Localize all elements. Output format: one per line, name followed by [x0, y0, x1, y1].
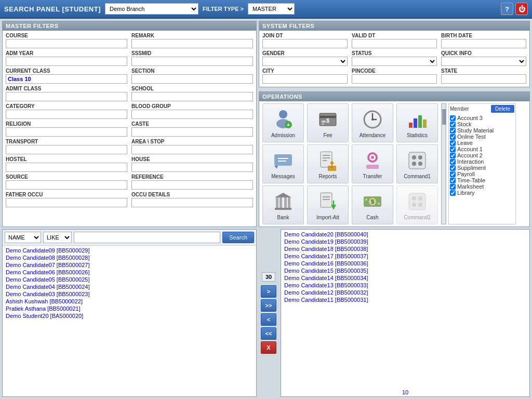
op-button-admission[interactable]: + Admission — [262, 103, 304, 142]
list-item[interactable]: Ashish Kushwah [BB5000022] — [3, 298, 256, 305]
like-select[interactable]: LIKE = != — [43, 232, 72, 243]
list-item[interactable]: Demo Candidate14 [BB5000034] — [281, 274, 529, 282]
checkbox-online_test[interactable] — [450, 134, 456, 140]
list-item[interactable]: Demo Candidate18 [BB5000038] — [281, 245, 529, 252]
move-left-button[interactable]: < — [261, 313, 276, 326]
input-religion[interactable] — [6, 127, 127, 137]
list-item[interactable]: Demo Candidate07 [BB5000027] — [3, 261, 256, 269]
branch-select[interactable]: Demo Branch — [105, 3, 198, 15]
sys-input-join_dt[interactable] — [262, 39, 348, 48]
op-button-messages[interactable]: Messages — [262, 144, 304, 183]
list-item[interactable]: Demo Candidate16 [BB5000036] — [281, 260, 529, 267]
checkbox-time-table[interactable] — [450, 178, 456, 183]
field-source: SOURCE — [6, 174, 127, 190]
list-item[interactable]: Demo Candidate13 [BB5000033] — [281, 282, 529, 289]
label-house: HOUSE — [131, 156, 253, 162]
ops-scrollbar[interactable] — [441, 103, 446, 224]
list-item[interactable]: Demo Candidate20 [BB5000040] — [281, 231, 529, 238]
checkbox-library[interactable] — [450, 190, 456, 196]
checkbox-leave[interactable] — [450, 140, 456, 146]
input-occu_details[interactable] — [131, 198, 253, 207]
sys-select-gender[interactable] — [262, 57, 348, 66]
sys-input-valid_dt[interactable] — [352, 39, 437, 48]
input-adm_year[interactable] — [6, 57, 127, 66]
op-button-bank[interactable]: Bank — [262, 185, 304, 224]
input-blood_group[interactable] — [131, 110, 253, 119]
op-button-statistics[interactable]: Statistics — [396, 103, 438, 142]
list-item[interactable]: Demo Candidate11 [BB5000031] — [281, 296, 529, 303]
sys-select-quick_info[interactable] — [441, 57, 526, 66]
list-item[interactable]: Demo Candidate08 [BB5000028] — [3, 254, 256, 261]
list-item[interactable]: Demo Candidate05 [BB5000025] — [3, 276, 256, 283]
move-all-right-button[interactable]: >> — [261, 299, 276, 312]
sys-field-gender: GENDER — [262, 50, 348, 66]
name-select[interactable]: NAME ID CLASS — [5, 232, 41, 243]
checkbox-marksheet[interactable] — [450, 184, 456, 190]
filter-type-select[interactable]: MASTER — [248, 3, 295, 15]
sys-label-status: STATUS — [352, 50, 437, 56]
input-section[interactable] — [131, 74, 253, 84]
sys-field-state: STATE — [441, 68, 526, 84]
sys-input-pincode[interactable] — [352, 74, 437, 84]
checkbox-interaction[interactable] — [450, 159, 456, 165]
op-button-attendance[interactable]: Attendance — [352, 103, 393, 142]
sys-input-birth_date[interactable] — [441, 39, 526, 48]
list-item[interactable]: Demo Candidate12 [BB5000032] — [281, 289, 529, 296]
checkbox-account_3[interactable] — [450, 115, 456, 121]
input-area_stop[interactable] — [131, 145, 253, 154]
input-source[interactable] — [6, 180, 127, 190]
checkbox-study_material[interactable] — [450, 128, 456, 134]
delete-button[interactable]: Delete — [491, 105, 514, 113]
list-item[interactable]: Demo Candidate06 [BB5000026] — [3, 269, 256, 276]
op-button-cash[interactable]: $ Cash — [352, 185, 393, 224]
sys-field-valid_dt: VALID DT — [352, 33, 437, 48]
search-button[interactable]: Search — [222, 232, 254, 243]
search-bar: NAME ID CLASS LIKE = != Search — [3, 230, 256, 246]
clear-button[interactable]: X — [261, 341, 276, 354]
list-item[interactable]: Demo Student20 [BA5000020] — [3, 312, 256, 320]
list-item[interactable]: Pratiek Asthana [BB5000021] — [3, 305, 256, 312]
input-father_occu[interactable] — [6, 198, 127, 207]
op-button-import_att[interactable]: Import-Att — [307, 185, 349, 224]
input-house[interactable] — [131, 163, 253, 172]
input-transport[interactable] — [6, 145, 127, 154]
input-current_class[interactable] — [6, 74, 127, 84]
op-label-fee: Fee — [323, 132, 332, 138]
input-course[interactable] — [6, 39, 127, 48]
sys-field-join_dt: JOIN DT — [262, 33, 348, 48]
sys-input-state[interactable] — [441, 74, 526, 84]
list-item[interactable]: Demo Candidate19 [BB5000039] — [281, 238, 529, 245]
svg-rect-15 — [418, 115, 422, 128]
search-input[interactable] — [74, 232, 220, 243]
sys-input-city[interactable] — [262, 74, 348, 84]
move-all-left-button[interactable]: << — [261, 327, 276, 340]
input-reference[interactable] — [131, 180, 253, 190]
op-button-transfer[interactable]: Transfer — [352, 144, 393, 183]
checkbox-payroll[interactable] — [450, 171, 456, 177]
move-right-button[interactable]: > — [261, 285, 276, 298]
input-hostel[interactable] — [6, 163, 127, 172]
label-remark: REMARK — [131, 33, 253, 38]
input-school[interactable] — [131, 92, 253, 101]
sys-label-gender: GENDER — [262, 50, 348, 56]
input-category[interactable] — [6, 110, 127, 119]
power-button[interactable]: ⏻ — [515, 3, 528, 15]
checkbox-stock[interactable] — [450, 122, 456, 127]
list-item[interactable]: Demo Candidate09 [BB5000029] — [3, 247, 256, 254]
op-button-command1[interactable]: Command1 — [396, 144, 438, 183]
input-sssmid[interactable] — [131, 57, 253, 66]
checkbox-account_2[interactable] — [450, 153, 456, 158]
input-admit_class[interactable] — [6, 92, 127, 101]
op-button-fee[interactable]: $ Fee — [307, 103, 349, 142]
input-caste[interactable] — [131, 127, 253, 137]
sys-select-status[interactable] — [352, 57, 437, 66]
help-button[interactable]: ? — [501, 3, 513, 15]
list-item[interactable]: Demo Candidate04 [BB5000024] — [3, 283, 256, 290]
list-item[interactable]: Demo Candidate17 [BB5000037] — [281, 252, 529, 260]
list-item[interactable]: Demo Candidate15 [BB5000035] — [281, 267, 529, 274]
list-item[interactable]: Demo Candidate03 [BB5000023] — [3, 290, 256, 298]
checkbox-suppliment[interactable] — [450, 165, 456, 171]
input-remark[interactable] — [131, 39, 253, 48]
op-button-reports[interactable]: Reports — [307, 144, 349, 183]
checkbox-account_1[interactable] — [450, 147, 456, 152]
